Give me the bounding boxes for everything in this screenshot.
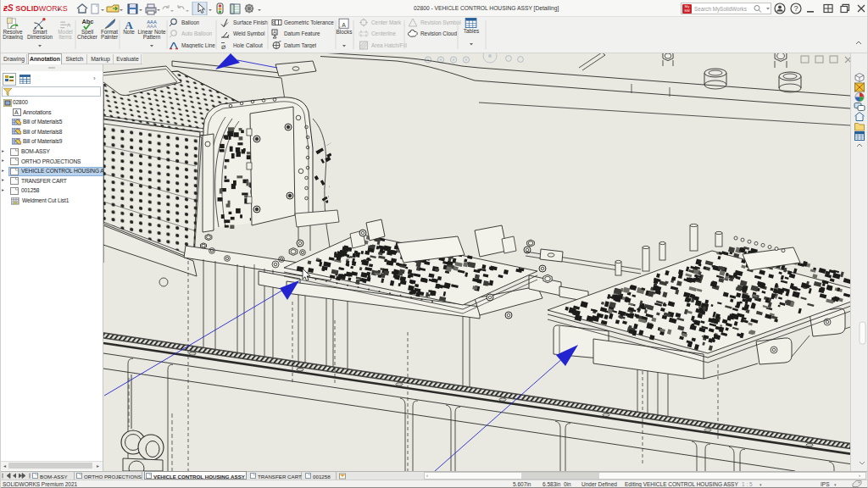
svg-text:?: ? [793, 4, 798, 13]
svg-text:⌀: ⌀ [221, 42, 226, 51]
svg-text:A: A [273, 30, 276, 35]
svg-text:A: A [342, 22, 346, 28]
svg-text:A: A [14, 109, 19, 115]
svg-text:Abc: Abc [81, 18, 93, 25]
